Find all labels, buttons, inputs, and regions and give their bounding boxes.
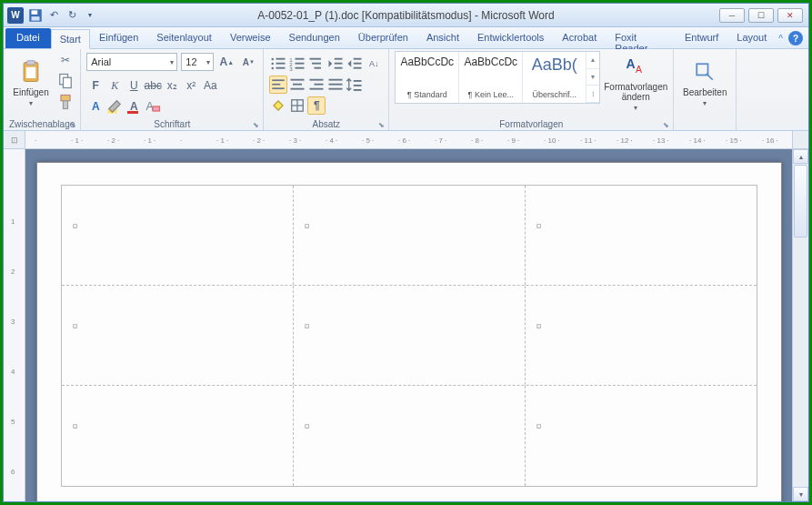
svg-rect-42 (310, 87, 324, 89)
style-label: ¶ Kein Lee... (468, 90, 514, 99)
tab-seitenlayout[interactable]: Seitenlayout (147, 28, 221, 48)
save-icon[interactable] (27, 7, 44, 24)
increase-indent-icon[interactable] (346, 55, 364, 73)
tab-start[interactable]: Start (51, 29, 90, 49)
superscript-icon[interactable]: x² (182, 76, 200, 95)
redo-icon[interactable]: ↻ (64, 7, 80, 24)
file-tab[interactable]: Datei (5, 28, 51, 48)
grow-font-icon[interactable]: A▲ (217, 53, 236, 71)
multilevel-list-icon[interactable] (307, 55, 326, 73)
clear-formatting-icon[interactable]: A (144, 97, 162, 116)
maximize-button[interactable]: ☐ (748, 8, 774, 23)
document-viewport[interactable]: ¤¤¤¤¤¤¤¤¤ (25, 149, 792, 501)
undo-icon[interactable]: ↶ (45, 7, 62, 24)
copy-icon[interactable] (56, 72, 75, 90)
style-kein-leerraum[interactable]: AaBbCcDc ¶ Kein Lee... (459, 52, 523, 103)
sort-icon[interactable]: A↓ (365, 55, 383, 73)
svg-point-15 (272, 62, 275, 65)
style-ueberschrift[interactable]: AaBb( Überschrif... (523, 52, 586, 103)
horizontal-ruler[interactable]: ·· 1 ·· 2 ·· 1 ··· 1 ·· 2 ·· 3 ·· 4 ·· 5… (25, 131, 792, 149)
table-cell[interactable]: ¤ (294, 286, 526, 385)
table-cell[interactable]: ¤ (526, 286, 757, 385)
tab-entwurf[interactable]: Entwurf (678, 28, 725, 48)
align-right-icon[interactable] (307, 76, 326, 94)
dialog-launcher-icon[interactable]: ⬊ (253, 121, 259, 129)
tab-ansicht[interactable]: Ansicht (417, 28, 468, 48)
svg-point-13 (272, 57, 275, 60)
highlight-icon[interactable] (105, 97, 124, 116)
ruler-tick: · 1 · (144, 136, 155, 145)
font-name-combo[interactable]: Arial (86, 53, 177, 71)
tab-ueberpruefen[interactable]: Überprüfen (349, 28, 417, 48)
table-cell[interactable]: ¤ (526, 386, 757, 486)
font-color-icon[interactable]: A (125, 97, 143, 116)
svg-rect-4 (27, 60, 35, 64)
qat-dropdown-icon[interactable]: ▾ (82, 7, 98, 24)
shrink-font-icon[interactable]: A▼ (239, 53, 257, 71)
align-left-icon[interactable] (269, 76, 287, 94)
help-icon[interactable]: ? (788, 31, 803, 45)
minimize-button[interactable]: ─ (719, 8, 745, 23)
text-effects-icon[interactable]: A (86, 97, 105, 116)
gallery-up-icon[interactable]: ▴ (586, 52, 599, 69)
dialog-launcher-icon[interactable]: ⬊ (378, 121, 385, 129)
numbering-icon[interactable]: 123 (288, 55, 306, 73)
show-marks-icon[interactable]: ¶ (307, 96, 326, 115)
gallery-more-icon[interactable]: ⁞ (586, 86, 599, 103)
shading-icon[interactable] (269, 96, 287, 115)
dialog-launcher-icon[interactable]: ⬊ (70, 121, 76, 129)
font-size-combo[interactable]: 12 (181, 53, 214, 71)
paste-button[interactable]: Einfügen ▾ (9, 51, 53, 115)
scroll-up-icon[interactable]: ▴ (793, 149, 808, 164)
tab-verweise[interactable]: Verweise (221, 28, 280, 48)
format-painter-icon[interactable] (56, 93, 75, 111)
cut-icon[interactable]: ✂ (56, 51, 75, 69)
table-row: ¤¤¤ (62, 386, 757, 486)
subscript-icon[interactable]: x₂ (163, 76, 181, 95)
table-cell[interactable]: ¤ (294, 386, 526, 486)
svg-rect-32 (354, 62, 362, 64)
svg-rect-7 (64, 77, 72, 87)
change-styles-button[interactable]: AA Formatvorlagen ändern ▾ (604, 51, 667, 115)
table-cell[interactable]: ¤ (62, 386, 294, 486)
tab-layout[interactable]: Layout (730, 28, 773, 48)
table-cell[interactable]: ¤ (62, 186, 294, 285)
tab-einfuegen[interactable]: Einfügen (90, 28, 147, 48)
borders-icon[interactable] (288, 96, 306, 115)
minimize-ribbon-icon[interactable]: ^ (778, 34, 783, 44)
group-editing: Bearbeiten ▾ (674, 49, 737, 130)
style-standard[interactable]: AaBbCcDc ¶ Standard (396, 52, 459, 103)
table-cell[interactable]: ¤ (526, 186, 757, 285)
editing-button[interactable]: Bearbeiten ▾ (679, 51, 730, 115)
svg-rect-54 (697, 64, 708, 75)
table-cell[interactable]: ¤ (62, 286, 294, 385)
tab-acrobat[interactable]: Acrobat (553, 28, 606, 48)
svg-text:A: A (627, 56, 636, 71)
window-controls: ─ ☐ ✕ (719, 8, 803, 23)
dialog-launcher-icon[interactable]: ⬊ (663, 121, 669, 129)
tab-sendungen[interactable]: Sendungen (280, 28, 349, 48)
change-case-icon[interactable]: Aa (201, 76, 219, 95)
decrease-indent-icon[interactable] (326, 55, 345, 73)
bullets-icon[interactable] (269, 55, 287, 73)
ribbon-tabs: Datei Start Einfügen Seitenlayout Verwei… (4, 27, 808, 49)
ruler-tick: 3 (11, 318, 15, 326)
find-icon (692, 59, 717, 85)
scroll-thumb[interactable] (794, 165, 807, 237)
strikethrough-icon[interactable]: abc (144, 76, 162, 95)
close-button[interactable]: ✕ (777, 8, 803, 23)
tab-entwicklertools[interactable]: Entwicklertools (468, 28, 553, 48)
scroll-down-icon[interactable]: ▾ (793, 487, 808, 501)
italic-icon[interactable]: K (105, 76, 124, 95)
table-cell[interactable]: ¤ (294, 186, 526, 285)
tab-foxit[interactable]: Foxit Reader PDF (606, 28, 678, 48)
justify-icon[interactable] (326, 76, 345, 94)
clipboard-icon (18, 59, 44, 85)
bold-icon[interactable]: F (86, 76, 105, 95)
vertical-ruler[interactable]: 1234567 (4, 149, 25, 501)
underline-icon[interactable]: U (125, 76, 143, 95)
gallery-down-icon[interactable]: ▾ (586, 69, 599, 86)
line-spacing-icon[interactable] (346, 76, 364, 94)
align-center-icon[interactable] (288, 76, 306, 94)
ruler-corner[interactable]: ⊡ (4, 131, 25, 149)
